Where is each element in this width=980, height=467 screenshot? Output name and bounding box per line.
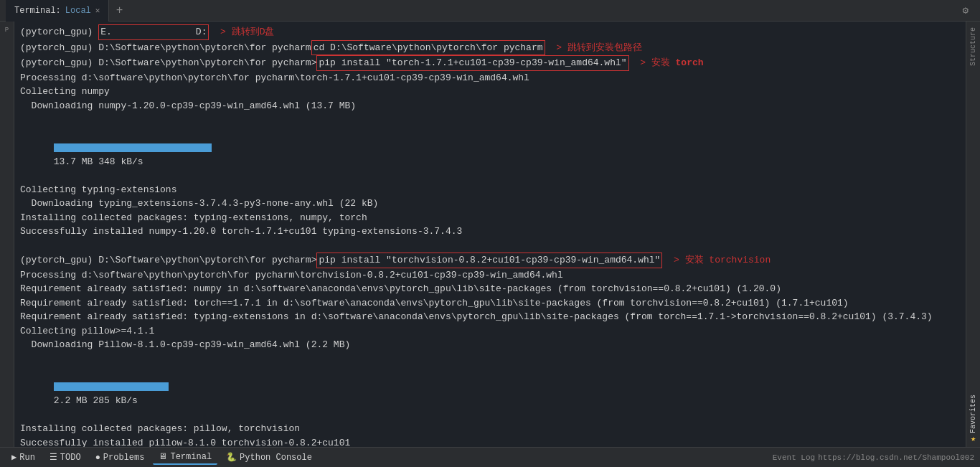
- python-console-icon: 🐍: [226, 452, 237, 463]
- annotation-3: > 安装 torch: [640, 56, 703, 70]
- terminal-label: Terminal:: [14, 6, 61, 16]
- new-tab-button[interactable]: +: [109, 0, 129, 22]
- terminal-tab[interactable]: Terminal: Local ✕: [6, 0, 109, 22]
- bottom-toolbar: ▶ ▶ Run Run ☰ TODO ● Problems 🖥 Terminal…: [0, 447, 980, 467]
- terminal-line-18: Collecting pillow>=4.1.1: [20, 324, 960, 339]
- terminal-line-16: Requirement already satisfied: torch==1.…: [20, 296, 960, 311]
- run-icon: ▶: [11, 452, 17, 463]
- terminal-button[interactable]: 🖥 Terminal: [153, 450, 217, 465]
- annotation-2: > 跳转到安装包路径: [556, 41, 642, 55]
- favorites-label[interactable]: Favorites: [969, 395, 977, 433]
- terminal-area[interactable]: (pytorch_gpu) E. D: > 跳转到D盘 (pytorch_gpu…: [14, 22, 966, 447]
- progress-bar-2: [54, 382, 169, 391]
- gear-icon[interactable]: ⚙: [957, 4, 974, 16]
- event-log-link[interactable]: Event Log: [773, 453, 815, 462]
- right-sidebar: Structure Favorites ★: [966, 22, 980, 447]
- terminal-line-19: Downloading Pillow-8.1.0-cp39-cp39-win_a…: [20, 338, 960, 352]
- terminal-line-11: Successfully installed numpy-1.20.0 torc…: [20, 225, 960, 239]
- terminal-line-6: Downloading numpy-1.20.0-cp39-cp39-win_a…: [20, 99, 960, 113]
- prompt-2: (pytorch_gpu) D:\Software\python\pytorch…: [20, 41, 311, 55]
- main-layout: P (pytorch_gpu) E. D: > 跳转到D盘 (pytorch_g…: [0, 22, 980, 447]
- terminal-line-14: Processing d:\software\python\pytorch\fo…: [20, 268, 960, 283]
- terminal-line-9: Downloading typing_extensions-3.7.4.3-py…: [20, 197, 960, 211]
- run-button[interactable]: ▶ ▶ Run Run: [6, 451, 41, 464]
- progress-text-2: 2.2 MB 285 kB/s: [54, 395, 138, 406]
- cmd-box-3: pip install "torch-1.7.1+cu101-cp39-cp39…: [316, 55, 628, 71]
- prompt-13: (pytorch_gpu) D:\Software\python\pytorch…: [20, 253, 316, 268]
- terminal-line-2: (pytorch_gpu) D:\Software\python\pytorch…: [20, 40, 960, 56]
- title-bar: Terminal: Local ✕ + ⚙: [0, 0, 980, 22]
- terminal-line-17: Requirement already satisfied: typing-ex…: [20, 310, 960, 324]
- csdn-url: https://blog.csdn.net/Shampool002: [818, 453, 974, 462]
- terminal-line-4: Processing d:\software\python\pytorch\fo…: [20, 71, 960, 85]
- favorites-star-icon: ★: [971, 433, 976, 444]
- left-sidebar: P: [0, 22, 14, 447]
- annotation-1: > 跳转到D盘: [220, 25, 274, 39]
- problems-button[interactable]: ● Problems: [90, 451, 151, 464]
- terminal-line-1: (pytorch_gpu) E. D: > 跳转到D盘: [20, 24, 960, 40]
- terminal-line-22: Successfully installed pillow-8.1.0 torc…: [20, 436, 960, 448]
- cmd-box-13: pip install "torchvision-0.8.2+cu101-cp3…: [316, 253, 662, 268]
- progress-bar-1: [54, 143, 212, 152]
- cmd-box-1: E. D:: [98, 24, 209, 40]
- prompt-3: (pytorch_gpu) D:\Software\python\pytorch…: [20, 56, 316, 70]
- terminal-icon: 🖥: [159, 451, 167, 462]
- prompt-1: (pytorch_gpu): [20, 25, 98, 39]
- terminal-line-15: Requirement already satisfied: numpy in …: [20, 282, 960, 296]
- tab-local-label: Local: [65, 6, 91, 16]
- terminal-line-12: [20, 239, 960, 253]
- todo-icon: ☰: [50, 452, 57, 463]
- python-console-button[interactable]: 🐍 Python Console: [220, 451, 318, 464]
- terminal-line-13: (pytorch_gpu) D:\Software\python\pytorch…: [20, 253, 960, 268]
- problems-icon: ●: [95, 453, 100, 463]
- terminal-line-20: 2.2 MB 285 kB/s: [20, 352, 960, 423]
- structure-label[interactable]: Structure: [968, 22, 979, 72]
- terminal-line-7: 13.7 MB 348 kB/s: [20, 113, 960, 183]
- terminal-line-8: Collecting typing-extensions: [20, 183, 960, 197]
- cmd-box-2: cd D:\Software\python\pytorch\for pychar…: [311, 40, 545, 56]
- todo-button[interactable]: ☰ TODO: [44, 451, 87, 464]
- progress-text-1: 13.7 MB 348 kB/s: [54, 156, 143, 167]
- annotation-13: > 安装 torchvision: [674, 253, 771, 268]
- terminal-line-10: Installing collected packages: typing-ex…: [20, 211, 960, 225]
- terminal-line-5: Collecting numpy: [20, 85, 960, 99]
- terminal-line-3: (pytorch_gpu) D:\Software\python\pytorch…: [20, 55, 960, 71]
- tab-close-icon[interactable]: ✕: [95, 6, 100, 15]
- favorites-section: Favorites ★: [968, 392, 979, 447]
- terminal-line-21: Installing collected packages: pillow, t…: [20, 422, 960, 436]
- sidebar-project-icon[interactable]: P: [1, 24, 13, 36]
